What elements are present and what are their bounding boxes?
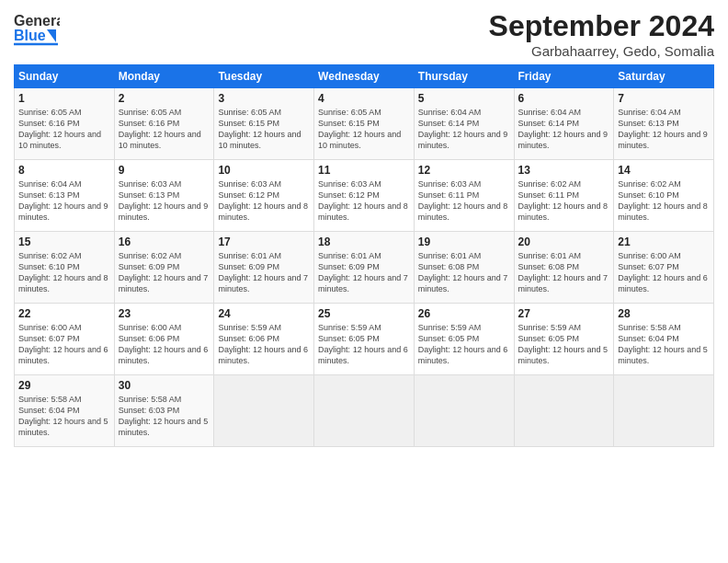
col-friday: Friday: [514, 65, 614, 88]
cell-info: Sunrise: 6:04 AMSunset: 6:14 PMDaylight:…: [518, 108, 609, 150]
col-monday: Monday: [114, 65, 214, 88]
table-row: 6 Sunrise: 6:04 AMSunset: 6:14 PMDayligh…: [514, 88, 614, 160]
cell-info: Sunrise: 6:01 AMSunset: 6:08 PMDaylight:…: [518, 251, 609, 293]
cell-info: Sunrise: 6:01 AMSunset: 6:09 PMDaylight:…: [218, 251, 308, 293]
table-row: 4 Sunrise: 6:05 AMSunset: 6:15 PMDayligh…: [314, 88, 415, 160]
table-row: [514, 375, 614, 447]
title-block: September 2024 Garbahaarrey, Gedo, Somal…: [489, 9, 714, 59]
table-row: 26 Sunrise: 5:59 AMSunset: 6:05 PMDaylig…: [414, 304, 514, 375]
col-thursday: Thursday: [414, 65, 514, 88]
cell-info: Sunrise: 6:01 AMSunset: 6:08 PMDaylight:…: [418, 251, 508, 293]
calendar-week-row: 15 Sunrise: 6:02 AMSunset: 6:10 PMDaylig…: [15, 232, 714, 304]
day-number: 5: [418, 92, 510, 105]
col-tuesday: Tuesday: [214, 65, 314, 88]
day-number: 2: [119, 92, 210, 105]
cell-info: Sunrise: 6:00 AMSunset: 6:07 PMDaylight:…: [18, 323, 108, 365]
day-number: 9: [119, 164, 210, 177]
cell-info: Sunrise: 6:05 AMSunset: 6:15 PMDaylight:…: [218, 108, 301, 150]
table-row: 16 Sunrise: 6:02 AMSunset: 6:09 PMDaylig…: [114, 232, 214, 304]
svg-marker-2: [47, 29, 56, 42]
day-number: 11: [318, 164, 410, 177]
table-row: 27 Sunrise: 5:59 AMSunset: 6:05 PMDaylig…: [514, 304, 614, 375]
logo: General Blue: [14, 9, 60, 48]
day-number: 22: [18, 307, 110, 320]
table-row: 23 Sunrise: 6:00 AMSunset: 6:06 PMDaylig…: [114, 304, 214, 375]
cell-info: Sunrise: 5:58 AMSunset: 6:04 PMDaylight:…: [618, 323, 708, 365]
svg-text:Blue: Blue: [14, 28, 46, 43]
table-row: 8 Sunrise: 6:04 AMSunset: 6:13 PMDayligh…: [15, 160, 115, 232]
cell-info: Sunrise: 6:00 AMSunset: 6:07 PMDaylight:…: [618, 251, 708, 293]
col-saturday: Saturday: [614, 65, 714, 88]
day-number: 16: [119, 236, 210, 248]
day-number: 14: [618, 164, 710, 177]
day-number: 17: [218, 236, 310, 248]
table-row: [614, 375, 714, 447]
day-number: 1: [18, 92, 110, 105]
day-number: 12: [418, 164, 510, 177]
page-container: General Blue September 2024 Garbahaarrey…: [0, 0, 728, 456]
day-number: 13: [518, 164, 610, 177]
cell-info: Sunrise: 6:05 AMSunset: 6:16 PMDaylight:…: [18, 108, 101, 150]
cell-info: Sunrise: 5:59 AMSunset: 6:06 PMDaylight:…: [218, 323, 308, 365]
table-row: 20 Sunrise: 6:01 AMSunset: 6:08 PMDaylig…: [514, 232, 614, 304]
svg-text:General: General: [14, 13, 60, 29]
calendar-week-row: 29 Sunrise: 5:58 AMSunset: 6:04 PMDaylig…: [15, 375, 714, 447]
table-row: 12 Sunrise: 6:03 AMSunset: 6:11 PMDaylig…: [414, 160, 514, 232]
cell-info: Sunrise: 6:00 AMSunset: 6:06 PMDaylight:…: [119, 323, 209, 365]
location: Garbahaarrey, Gedo, Somalia: [489, 43, 714, 59]
day-number: 21: [618, 236, 710, 248]
calendar-week-row: 1 Sunrise: 6:05 AMSunset: 6:16 PMDayligh…: [15, 88, 714, 160]
cell-info: Sunrise: 6:01 AMSunset: 6:09 PMDaylight:…: [318, 251, 408, 293]
table-row: [314, 375, 415, 447]
cell-info: Sunrise: 6:03 AMSunset: 6:12 PMDaylight:…: [318, 179, 408, 222]
day-number: 6: [518, 92, 610, 105]
table-row: 5 Sunrise: 6:04 AMSunset: 6:14 PMDayligh…: [414, 88, 514, 160]
calendar-header-row: Sunday Monday Tuesday Wednesday Thursday…: [15, 65, 714, 88]
month-title: September 2024: [489, 9, 714, 43]
day-number: 4: [318, 92, 410, 105]
cell-info: Sunrise: 6:02 AMSunset: 6:11 PMDaylight:…: [518, 179, 609, 222]
table-row: [214, 375, 314, 447]
col-sunday: Sunday: [15, 65, 115, 88]
day-number: 23: [119, 307, 210, 320]
day-number: 26: [418, 307, 510, 320]
calendar-week-row: 22 Sunrise: 6:00 AMSunset: 6:07 PMDaylig…: [15, 304, 714, 375]
table-row: 18 Sunrise: 6:01 AMSunset: 6:09 PMDaylig…: [314, 232, 415, 304]
cell-info: Sunrise: 6:05 AMSunset: 6:15 PMDaylight:…: [318, 108, 401, 150]
cell-info: Sunrise: 6:02 AMSunset: 6:10 PMDaylight:…: [618, 179, 708, 222]
cell-info: Sunrise: 6:04 AMSunset: 6:13 PMDaylight:…: [618, 108, 708, 150]
table-row: 19 Sunrise: 6:01 AMSunset: 6:08 PMDaylig…: [414, 232, 514, 304]
day-number: 8: [18, 164, 110, 177]
cell-info: Sunrise: 6:04 AMSunset: 6:13 PMDaylight:…: [18, 179, 108, 222]
table-row: 7 Sunrise: 6:04 AMSunset: 6:13 PMDayligh…: [614, 88, 714, 160]
day-number: 29: [18, 379, 110, 392]
cell-info: Sunrise: 6:03 AMSunset: 6:12 PMDaylight:…: [218, 179, 308, 222]
table-row: [414, 375, 514, 447]
cell-info: Sunrise: 6:03 AMSunset: 6:13 PMDaylight:…: [119, 179, 209, 222]
table-row: 3 Sunrise: 6:05 AMSunset: 6:15 PMDayligh…: [214, 88, 314, 160]
table-row: 30 Sunrise: 5:58 AMSunset: 6:03 PMDaylig…: [114, 375, 214, 447]
cell-info: Sunrise: 6:02 AMSunset: 6:09 PMDaylight:…: [119, 251, 209, 293]
cell-info: Sunrise: 6:03 AMSunset: 6:11 PMDaylight:…: [418, 179, 508, 222]
logo-icon: General Blue: [14, 9, 60, 48]
table-row: 29 Sunrise: 5:58 AMSunset: 6:04 PMDaylig…: [15, 375, 115, 447]
calendar-week-row: 8 Sunrise: 6:04 AMSunset: 6:13 PMDayligh…: [15, 160, 714, 232]
day-number: 27: [518, 307, 610, 320]
table-row: 21 Sunrise: 6:00 AMSunset: 6:07 PMDaylig…: [614, 232, 714, 304]
day-number: 28: [618, 307, 710, 320]
cell-info: Sunrise: 5:58 AMSunset: 6:03 PMDaylight:…: [119, 395, 209, 437]
cell-info: Sunrise: 5:59 AMSunset: 6:05 PMDaylight:…: [518, 323, 609, 365]
day-number: 3: [218, 92, 310, 105]
day-number: 30: [119, 379, 210, 392]
table-row: 14 Sunrise: 6:02 AMSunset: 6:10 PMDaylig…: [614, 160, 714, 232]
cell-info: Sunrise: 6:02 AMSunset: 6:10 PMDaylight:…: [18, 251, 108, 293]
day-number: 24: [218, 307, 310, 320]
cell-info: Sunrise: 6:05 AMSunset: 6:16 PMDaylight:…: [119, 108, 201, 150]
table-row: 2 Sunrise: 6:05 AMSunset: 6:16 PMDayligh…: [114, 88, 214, 160]
cell-info: Sunrise: 6:04 AMSunset: 6:14 PMDaylight:…: [418, 108, 508, 150]
table-row: 11 Sunrise: 6:03 AMSunset: 6:12 PMDaylig…: [314, 160, 415, 232]
calendar-table: Sunday Monday Tuesday Wednesday Thursday…: [14, 64, 714, 447]
day-number: 19: [418, 236, 510, 248]
table-row: 17 Sunrise: 6:01 AMSunset: 6:09 PMDaylig…: [214, 232, 314, 304]
table-row: 22 Sunrise: 6:00 AMSunset: 6:07 PMDaylig…: [15, 304, 115, 375]
